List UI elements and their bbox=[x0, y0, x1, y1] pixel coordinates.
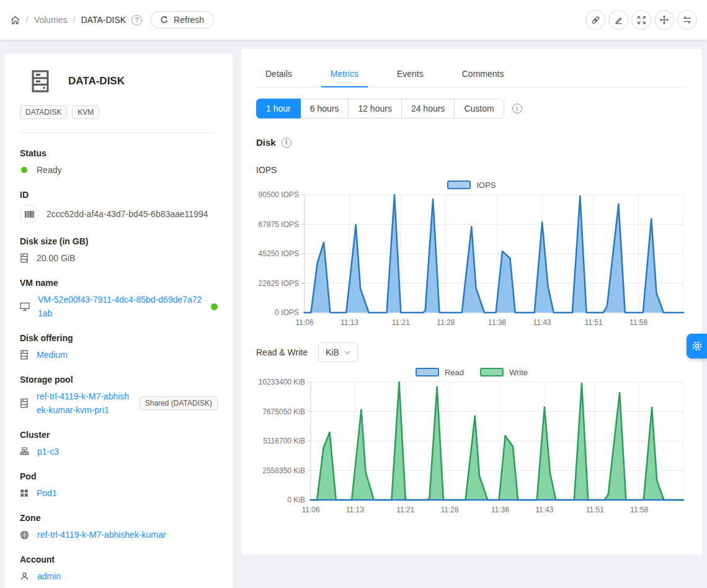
resource-title: DATA-DISK bbox=[68, 75, 125, 87]
readwrite-title: Read & Write bbox=[256, 347, 308, 357]
status-dot bbox=[21, 167, 27, 173]
chevron-down-icon bbox=[344, 350, 350, 355]
breadcrumb: / Volumes / DATA-DISK ? bbox=[10, 15, 142, 25]
breadcrumb-volumes[interactable]: Volumes bbox=[34, 15, 68, 25]
top-header: / Volumes / DATA-DISK ? Refresh bbox=[0, 0, 707, 40]
zone-link[interactable]: ref-trl-4119-k-M7-abhishek-kumar bbox=[37, 528, 166, 541]
storage-icon bbox=[20, 398, 29, 408]
id-value: 2ccc62dd-af4a-43d7-bd45-6b83aae11994 bbox=[47, 207, 208, 221]
time-range-12-hours[interactable]: 12 hours bbox=[349, 99, 401, 118]
refresh-label: Refresh bbox=[174, 15, 204, 25]
tab-comments[interactable]: Comments bbox=[453, 61, 514, 87]
edit-volume-button[interactable] bbox=[608, 10, 628, 30]
time-range-1-hour[interactable]: 1 hour bbox=[256, 99, 301, 118]
svg-text:11:51: 11:51 bbox=[586, 506, 604, 514]
cluster-link[interactable]: p1-c3 bbox=[37, 445, 59, 458]
field-pod: Pod Pod1 bbox=[20, 471, 218, 500]
resource-tags: DATADISK KVM bbox=[20, 105, 218, 119]
swap-volume-button[interactable] bbox=[677, 10, 697, 30]
pod-link[interactable]: Pod1 bbox=[37, 486, 57, 500]
svg-text:11:28: 11:28 bbox=[437, 318, 455, 326]
legend-label: Write bbox=[509, 368, 528, 377]
disk-offering-link[interactable]: Medium bbox=[37, 348, 68, 362]
unit-select[interactable]: KiB bbox=[318, 342, 358, 362]
unit-select-value: KiB bbox=[326, 347, 339, 357]
svg-text:11:43: 11:43 bbox=[533, 318, 551, 326]
detail-card: Details Metrics Events Comments 1 hour 6… bbox=[241, 49, 702, 555]
svg-text:11:13: 11:13 bbox=[346, 506, 364, 514]
account-link[interactable]: admin bbox=[37, 569, 61, 583]
field-status: Status Ready bbox=[20, 148, 218, 177]
main-content: DATA-DISK DATADISK KVM Status Ready ID bbox=[0, 40, 707, 588]
tag-datadisk: DATADISK bbox=[20, 105, 67, 119]
svg-text:11:06: 11:06 bbox=[301, 506, 319, 514]
resize-volume-button[interactable] bbox=[631, 10, 651, 30]
tab-metrics[interactable]: Metrics bbox=[321, 61, 368, 87]
appstore-icon bbox=[20, 489, 29, 497]
legend-label: Read bbox=[445, 368, 464, 377]
field-zone: Zone ref-trl-4119-k-M7-abhishek-kumar bbox=[20, 513, 218, 541]
move-icon bbox=[659, 15, 669, 25]
breadcrumb-separator: / bbox=[73, 15, 76, 25]
storage-pool-link[interactable]: ref-trl-4119-k-M7-abhishek-kumar-kvm-pri… bbox=[37, 390, 131, 417]
iops-chart-title: IOPS bbox=[256, 165, 687, 175]
status-value: Ready bbox=[37, 163, 61, 177]
time-range-24-hours[interactable]: 24 hours bbox=[402, 99, 455, 118]
field-cluster: Cluster p1-c3 bbox=[20, 430, 218, 458]
readwrite-chart-legend: ReadWrite bbox=[256, 366, 687, 378]
time-range-custom[interactable]: Custom bbox=[455, 99, 504, 118]
disk-info-icon[interactable]: i bbox=[282, 138, 291, 148]
svg-text:0 KiB: 0 KiB bbox=[287, 496, 305, 504]
vm-name-link[interactable]: VM-52e00f43-7911-4dc4-85bd-d69de7a721ab bbox=[38, 293, 203, 320]
legend-chip bbox=[480, 368, 504, 376]
attach-volume-button[interactable] bbox=[585, 10, 605, 30]
legend-chip bbox=[447, 180, 471, 189]
hdd-icon bbox=[20, 350, 29, 360]
help-icon[interactable]: ? bbox=[131, 15, 142, 25]
svg-text:11:58: 11:58 bbox=[630, 506, 648, 514]
disk-section-title: Disk i bbox=[256, 137, 687, 148]
tab-details[interactable]: Details bbox=[256, 61, 301, 87]
field-id: ID 2ccc62dd-af4a-43d7-bd45-6b83aae11994 bbox=[20, 190, 218, 223]
time-range-info-icon[interactable]: i bbox=[512, 104, 522, 114]
svg-text:11:13: 11:13 bbox=[340, 318, 358, 326]
readwrite-chart: ReadWrite 0 KiB2558350 KiB5116700 KiB767… bbox=[256, 366, 687, 514]
field-vm-name: VM name VM-52e00f43-7911-4dc4-85bd-d69de… bbox=[20, 278, 218, 320]
svg-text:11:36: 11:36 bbox=[491, 506, 509, 514]
legend-chip bbox=[416, 368, 439, 376]
legend-item-iops[interactable]: IOPS bbox=[447, 180, 496, 190]
field-disk-offering: Disk offering Medium bbox=[20, 333, 218, 362]
detail-tabs: Details Metrics Events Comments bbox=[256, 61, 687, 87]
desktop-icon bbox=[20, 302, 30, 311]
time-range-row: 1 hour 6 hours 12 hours 24 hours Custom … bbox=[256, 99, 687, 118]
vm-status-dot bbox=[211, 303, 218, 310]
svg-text:67875 IOPS: 67875 IOPS bbox=[259, 220, 299, 229]
iops-chart: IOPS 0 IOPS22625 IOPS45250 IOPS67875 IOP… bbox=[256, 179, 687, 326]
tab-events[interactable]: Events bbox=[388, 61, 433, 87]
refresh-button[interactable]: Refresh bbox=[150, 11, 214, 29]
cluster-icon bbox=[20, 447, 29, 457]
hdd-icon bbox=[20, 253, 29, 263]
time-range-group: 1 hour 6 hours 12 hours 24 hours Custom bbox=[256, 99, 504, 118]
legend-item-read[interactable]: Read bbox=[416, 368, 464, 377]
home-icon[interactable] bbox=[10, 15, 20, 25]
svg-text:2558350 KiB: 2558350 KiB bbox=[262, 466, 305, 475]
legend-label: IOPS bbox=[476, 180, 496, 190]
field-account: Account admin bbox=[20, 555, 218, 583]
iops-chart-canvas: 0 IOPS22625 IOPS45250 IOPS67875 IOPS9050… bbox=[256, 191, 687, 326]
svg-text:11:21: 11:21 bbox=[396, 506, 414, 514]
svg-text:0 IOPS: 0 IOPS bbox=[275, 308, 299, 317]
field-disk-size: Disk size (in GB) 20.00 GiB bbox=[20, 236, 218, 265]
svg-text:11:51: 11:51 bbox=[584, 318, 602, 326]
iops-chart-legend: IOPS bbox=[256, 179, 687, 191]
edit-icon bbox=[614, 16, 623, 25]
svg-text:11:28: 11:28 bbox=[441, 506, 459, 514]
barcode-icon bbox=[20, 205, 38, 223]
migrate-volume-button[interactable] bbox=[654, 10, 674, 30]
settings-fab[interactable] bbox=[687, 334, 707, 359]
user-icon bbox=[20, 572, 29, 581]
legend-item-write[interactable]: Write bbox=[480, 368, 528, 377]
readwrite-chart-canvas: 0 KiB2558350 KiB5116700 KiB7675050 KiB10… bbox=[256, 378, 687, 514]
resource-head: DATA-DISK bbox=[30, 69, 218, 93]
time-range-6-hours[interactable]: 6 hours bbox=[301, 99, 349, 118]
